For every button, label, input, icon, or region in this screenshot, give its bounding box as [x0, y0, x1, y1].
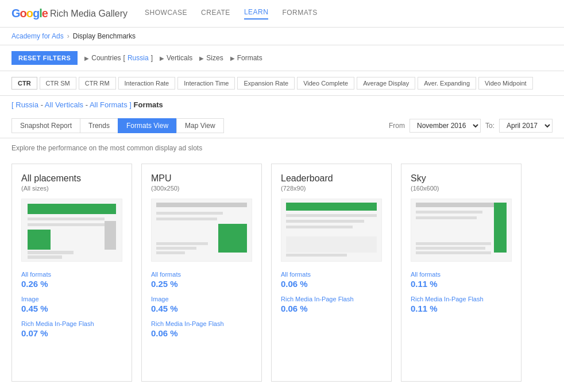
- preview-sky-line3: [416, 242, 491, 245]
- preview-sky-bar-right: [494, 203, 507, 253]
- bracket-close: ]: [129, 100, 132, 109]
- stat-mpu-all-formats: All formats 0.25 %: [151, 271, 252, 289]
- to-date-select[interactable]: April 2017: [499, 119, 553, 133]
- verticals-filter[interactable]: ▶ Verticals: [160, 54, 192, 62]
- preview-mpu-block-right: [218, 224, 247, 253]
- stat-label-mpu-image: Image: [151, 296, 252, 302]
- stat-label-mpu-rich-media: Rich Media In-Page Flash: [151, 320, 252, 327]
- google-wordmark: Google: [11, 7, 48, 20]
- slot-preview-all-placements: [21, 199, 122, 262]
- stat-value-sky-all-formats: 0.11 %: [411, 279, 512, 289]
- tab-video-midpoint[interactable]: Video Midpoint: [478, 77, 533, 90]
- stat-value-leader-all-formats: 0.06 %: [281, 279, 382, 289]
- trends-button[interactable]: Trends: [80, 118, 118, 133]
- preview-mpu-line1: [156, 212, 223, 215]
- filter-summary: [ Russia - All Verticals - All Formats ]…: [0, 96, 564, 114]
- slot-preview-mpu: [151, 199, 252, 262]
- slot-preview-sky: [411, 199, 512, 262]
- formats-label: Formats: [237, 54, 262, 62]
- russia-filter-label: Russia: [16, 100, 38, 109]
- tab-ctr[interactable]: CTR: [11, 77, 37, 90]
- nav-showcase[interactable]: SHOWCASE: [145, 9, 187, 19]
- reset-filters-button[interactable]: RESET FILTERS: [11, 51, 78, 65]
- stat-value-rich-media: 0.07 %: [21, 328, 122, 338]
- card-title-leaderboard: Leaderboard: [281, 173, 382, 184]
- main-nav: SHOWCASE CREATE LEARN FORMATS: [145, 8, 318, 20]
- card-all-placements: All placements (All sizes) All formats 0…: [11, 164, 132, 382]
- stat-value-leader-rich-media: 0.06 %: [281, 304, 382, 313]
- tab-video-complete[interactable]: Video Complete: [297, 77, 354, 90]
- tab-interaction-rate[interactable]: Interaction Rate: [118, 77, 176, 90]
- preview-line1: [28, 251, 74, 254]
- countries-filter[interactable]: ▶ Countries [ Russia ]: [84, 54, 153, 62]
- countries-label: Countries: [91, 54, 121, 62]
- verticals-arrow-icon: ▶: [160, 55, 164, 61]
- slot-preview-leaderboard: [281, 199, 382, 262]
- stat-label-sky-all-formats: All formats: [411, 271, 512, 278]
- nav-formats[interactable]: FORMATS: [282, 9, 317, 19]
- formats-view-button[interactable]: Formats View: [118, 118, 177, 133]
- card-sky: Sky (160x600) All formats 0.11 % Rich Me…: [401, 164, 521, 382]
- stat-sky-all-formats: All formats 0.11 %: [411, 271, 512, 289]
- preview-mid-line1: [28, 218, 105, 220]
- stat-value-mpu-image: 0.45 %: [151, 304, 252, 313]
- sizes-label: Sizes: [206, 54, 223, 62]
- stat-value-mpu-all-formats: 0.25 %: [151, 279, 252, 289]
- breadcrumb-sep: ›: [67, 32, 69, 40]
- card-title-sky: Sky: [411, 173, 512, 184]
- dash1: -: [41, 100, 45, 109]
- stat-label-leader-all-formats: All formats: [281, 271, 382, 278]
- tab-average-display[interactable]: Average Display: [357, 77, 415, 90]
- preview-mpu-line3: [156, 242, 208, 245]
- preview-bar-top2: [156, 203, 247, 207]
- stat-value-image: 0.45 %: [21, 304, 122, 313]
- app-title: Rich Media Gallery: [50, 9, 128, 19]
- preview-sky-bar-top: [416, 203, 507, 207]
- stat-rich-media: Rich Media In-Page Flash 0.07 %: [21, 320, 122, 338]
- card-mpu: MPU (300x250) All formats 0.25 % Image 0…: [141, 164, 262, 382]
- sizes-filter[interactable]: ▶ Sizes: [199, 54, 223, 62]
- stat-mpu-image: Image 0.45 %: [151, 296, 252, 313]
- tab-expansion-rate[interactable]: Expansion Rate: [237, 77, 295, 90]
- snapshot-report-button[interactable]: Snapshot Report: [11, 118, 80, 133]
- nav-learn[interactable]: LEARN: [244, 8, 269, 20]
- card-subtitle-mpu: (300x250): [151, 185, 252, 192]
- to-label: To:: [485, 122, 495, 130]
- stat-leader-all-formats: All formats 0.06 %: [281, 271, 382, 289]
- header: Google Rich Media Gallery SHOWCASE CREAT…: [0, 0, 564, 28]
- preview-leader-line2: [286, 220, 364, 223]
- from-date-select[interactable]: November 2016: [410, 119, 481, 133]
- preview-sky-line2: [416, 216, 477, 219]
- preview-leader-block-mid: [286, 236, 377, 253]
- tab-ctr-rm[interactable]: CTR RM: [79, 77, 116, 90]
- metric-tabs: CTR CTR SM CTR RM Interaction Rate Inter…: [0, 71, 564, 96]
- filter-bar: RESET FILTERS ▶ Countries [ Russia ] ▶ V…: [0, 45, 564, 71]
- preview-block-left: [28, 230, 51, 250]
- preview-block-right: [105, 221, 116, 250]
- stat-label-image: Image: [21, 296, 122, 302]
- view-buttons: Snapshot Report Trends Formats View Map …: [11, 118, 223, 133]
- dash2: -: [86, 100, 90, 109]
- preview-leader-bar-top: [286, 203, 377, 211]
- stat-label-leader-rich-media: Rich Media In-Page Flash: [281, 296, 382, 302]
- preview-sky-line5: [416, 251, 491, 254]
- tab-aver-expanding[interactable]: Aver. Expanding: [418, 77, 476, 90]
- cards-container: All placements (All sizes) All formats 0…: [0, 158, 564, 392]
- stat-label-all-formats: All formats: [21, 271, 122, 278]
- breadcrumb-academy[interactable]: Academy for Ads: [11, 32, 64, 40]
- stat-leader-rich-media: Rich Media In-Page Flash 0.06 %: [281, 296, 382, 313]
- formats-filter[interactable]: ▶ Formats: [230, 54, 262, 62]
- stat-image: Image 0.45 %: [21, 296, 122, 313]
- tab-interaction-time[interactable]: Interaction Time: [177, 77, 235, 90]
- stat-label-sky-rich-media: Rich Media In-Page Flash: [411, 296, 512, 302]
- date-controls: From November 2016 To: April 2017: [389, 119, 553, 133]
- tab-ctr-sm[interactable]: CTR SM: [40, 77, 76, 90]
- map-view-button[interactable]: Map View: [176, 118, 223, 133]
- preview-sky-line1: [416, 211, 482, 214]
- all-verticals-label: All Verticals: [45, 100, 83, 109]
- from-label: From: [389, 122, 405, 130]
- stat-all-formats: All formats 0.26 %: [21, 271, 122, 289]
- nav-create[interactable]: CREATE: [201, 9, 230, 19]
- logo: Google Rich Media Gallery: [11, 7, 128, 20]
- countries-value: Russia: [128, 54, 149, 62]
